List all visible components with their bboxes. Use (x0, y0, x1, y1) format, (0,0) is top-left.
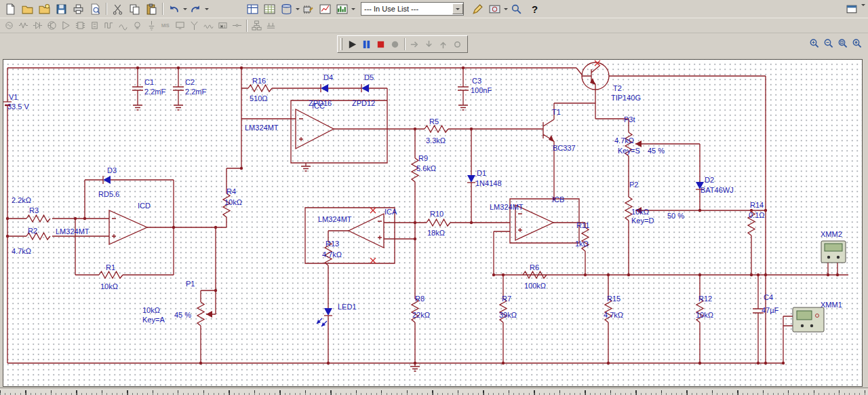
label-R16-ref[interactable]: R16 (252, 77, 266, 85)
label-ICD-ref[interactable]: ICD (138, 202, 151, 210)
label-P3t-key[interactable]: Key=S (618, 147, 640, 155)
resistor-R10-symbol[interactable] (427, 219, 450, 226)
place-nicomponents-button[interactable] (216, 20, 230, 32)
label-R1-value[interactable]: 10kΩ (100, 282, 118, 290)
label-R6-ref[interactable]: R6 (530, 263, 539, 271)
print-button[interactable] (70, 1, 87, 16)
label-R16-value[interactable]: 510Ω (250, 94, 268, 102)
label-R2-ref[interactable]: R2 (28, 227, 37, 235)
ground-symbol[interactable] (301, 163, 311, 171)
label-R6-value[interactable]: 100kΩ (524, 282, 546, 290)
zener-D3-symbol[interactable] (103, 176, 111, 184)
label-R5-value[interactable]: 3.3kΩ (426, 136, 446, 145)
place-analog-button[interactable] (59, 20, 73, 32)
place-connectors-button[interactable] (230, 20, 244, 32)
breakpoint-button[interactable] (450, 38, 465, 50)
label-V1-value[interactable]: 33.5 V (7, 102, 29, 111)
label-ICC-part[interactable]: LM324MT (245, 124, 279, 132)
label-R4-value[interactable]: 10kΩ (224, 198, 242, 206)
label-R10-ref[interactable]: R10 (430, 210, 443, 218)
step-over-button[interactable] (408, 38, 422, 50)
grapher-button[interactable] (317, 1, 334, 16)
label-ICB-ref[interactable]: ICB (552, 195, 564, 204)
label-R14-ref[interactable]: R14 (750, 201, 764, 209)
label-R8-value[interactable]: 22kΩ (412, 311, 430, 319)
record-button[interactable] (388, 38, 402, 50)
step-out-button[interactable] (436, 38, 450, 50)
label-C2-ref[interactable]: C2 (185, 78, 195, 86)
label-C3-value[interactable]: 100nF (471, 86, 492, 94)
run-simulation-button[interactable] (345, 38, 359, 50)
zener-D4-symbol[interactable] (321, 84, 328, 92)
open-sample-button[interactable] (36, 1, 53, 16)
find-button[interactable] (508, 1, 525, 16)
label-R2-value[interactable]: 4.7kΩ (12, 247, 31, 255)
label-R3-value[interactable]: 2.2kΩ (12, 196, 31, 204)
transformer-screen-button[interactable] (486, 1, 503, 16)
component-wizard-button[interactable] (300, 1, 317, 16)
label-ICA-ref[interactable]: ICA (384, 208, 397, 216)
open-file-button[interactable] (19, 1, 36, 16)
label-R12-ref[interactable]: R12 (698, 295, 712, 303)
label-D2-value[interactable]: BAT46WJ (701, 186, 734, 194)
instrument-XMM2[interactable] (821, 241, 846, 263)
help-button[interactable]: ? (532, 3, 538, 15)
label-C4-value[interactable]: 47µF (762, 306, 778, 314)
st6p-simulation-button[interactable] (374, 38, 388, 50)
place-transistor-button[interactable] (45, 20, 59, 32)
label-D5-ref[interactable]: D5 (364, 73, 374, 81)
label-P2-ref[interactable]: P2 (629, 181, 638, 189)
analyses-button[interactable] (334, 1, 351, 16)
place-source-button[interactable] (2, 20, 16, 32)
label-P1-value[interactable]: 10kΩ (142, 306, 160, 314)
print-preview-button[interactable] (87, 1, 104, 16)
label-XMM1-ref[interactable]: XMM1 (821, 301, 842, 309)
label-P3t-percent[interactable]: 45 % (648, 147, 665, 155)
label-T1-ref[interactable]: T1 (552, 108, 561, 116)
label-R15-value[interactable]: 4.7kΩ (604, 311, 623, 319)
label-R14-value[interactable]: 0.1Ω (749, 211, 765, 219)
paste-button[interactable] (143, 1, 160, 16)
resistor-R1-symbol[interactable] (99, 271, 123, 278)
label-ICA-part[interactable]: LM324MT (318, 215, 352, 223)
place-cmos-button[interactable] (87, 20, 102, 32)
design-toolbox-button[interactable] (244, 1, 261, 16)
zener-D5-symbol[interactable] (361, 84, 369, 92)
label-R7-ref[interactable]: R7 (502, 295, 511, 303)
label-R3-ref[interactable]: R3 (29, 206, 39, 214)
place-misc-button[interactable]: MIS (159, 20, 173, 32)
label-P2-percent[interactable]: 50 % (667, 212, 684, 220)
label-T2-value[interactable]: TIP140G (611, 94, 641, 102)
window-dropdown-arrow[interactable] (861, 4, 865, 8)
zoom-in-button[interactable] (807, 37, 821, 50)
zoom-fit-button[interactable] (850, 37, 864, 50)
database-manager-button[interactable] (278, 1, 295, 16)
label-T2-ref[interactable]: T2 (613, 84, 622, 92)
label-P3t-value[interactable]: 4.7kΩ (614, 136, 634, 145)
label-R9-ref[interactable]: R9 (418, 154, 428, 162)
ground-symbol[interactable] (458, 102, 468, 110)
label-P3t-ref[interactable]: P3t (624, 115, 635, 124)
label-D2-ref[interactable]: D2 (705, 176, 714, 184)
place-advanced-peripherals-button[interactable] (173, 20, 187, 32)
ground-symbol[interactable] (133, 102, 142, 110)
copy-button[interactable] (126, 1, 143, 16)
label-D1-ref[interactable]: D1 (477, 169, 486, 177)
label-R12-value[interactable]: 10kΩ (696, 311, 713, 319)
schematic-drawing[interactable] (3, 60, 863, 388)
label-C1-ref[interactable]: C1 (144, 78, 154, 86)
place-basic-button[interactable] (16, 20, 31, 32)
redo-dropdown-arrow[interactable] (205, 8, 209, 12)
label-R11-value[interactable]: 1kΩ (575, 240, 589, 248)
label-D3-ref[interactable]: D3 (107, 166, 117, 174)
label-LED1-ref[interactable]: LED1 (338, 303, 357, 311)
place-electromechanical-button[interactable] (201, 20, 216, 32)
label-T1-value[interactable]: BC337 (553, 144, 576, 152)
in-use-list-dropdown[interactable]: --- In Use List --- (361, 2, 464, 16)
place-power-button[interactable] (144, 20, 159, 32)
resistor-R16-symbol[interactable] (248, 85, 272, 92)
undo-button[interactable] (165, 1, 182, 16)
label-ICB-part[interactable]: LM324MT (490, 203, 524, 211)
label-R15-ref[interactable]: R15 (607, 295, 620, 303)
label-V1-ref[interactable]: V1 (9, 93, 18, 101)
